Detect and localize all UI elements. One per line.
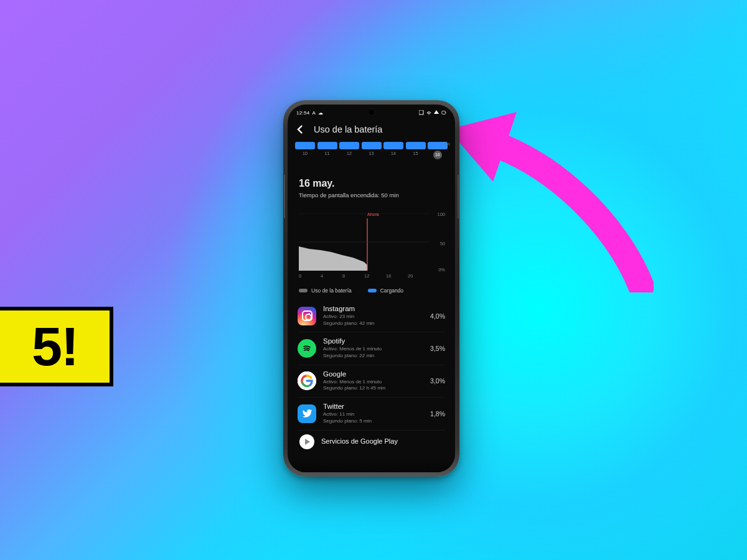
app-active-line: Activo: 23 min [323, 314, 423, 320]
phone-screen: 12:54 A ☁ Uso de la batería [288, 105, 455, 472]
day-label-selected: 16 [433, 151, 442, 159]
phone-frame: 12:54 A ☁ Uso de la batería [283, 100, 459, 477]
status-left-b: ☁ [318, 110, 323, 116]
app-pct: 1,8% [430, 410, 445, 418]
app-active-line: Activo: 11 min [323, 411, 423, 418]
app-row-twitter[interactable]: Twitter Activo: 11 min Segundo plano: 5 … [298, 398, 445, 430]
screen-on-time: Tiempo de pantalla encendida: 50 min [299, 192, 444, 198]
play-triangle-icon [305, 439, 310, 445]
chart-svg [299, 213, 430, 271]
svg-point-2 [428, 114, 429, 114]
svg-rect-1 [419, 110, 423, 114]
days-labels: 10 11 12 13 14 15 16 [288, 149, 455, 159]
status-left-a: A [312, 110, 316, 116]
x-tick: 4 [321, 273, 342, 279]
spotify-icon [298, 339, 316, 358]
app-row-instagram[interactable]: Instagram Activo: 23 min Segundo plano: … [298, 300, 445, 332]
battery-icon [441, 110, 446, 115]
status-time: 12:54 [296, 110, 310, 116]
x-tick: 20 [408, 273, 430, 279]
screen-bottom-fade [288, 460, 455, 472]
svg-rect-4 [446, 112, 446, 113]
days-row [288, 142, 455, 149]
app-row-play-services[interactable]: Servicios de Google Play [298, 431, 445, 449]
signal-icon [434, 110, 439, 114]
app-name: Instagram [323, 305, 423, 314]
selected-date: 16 may. [299, 178, 444, 189]
google-icon [298, 371, 316, 390]
days-section: 10 11 12 13 14 15 16 0% [288, 142, 455, 162]
day-chip[interactable] [317, 142, 337, 149]
day-label: 11 [317, 151, 337, 159]
day-label: 13 [362, 151, 382, 159]
app-pct: 3,0% [430, 377, 445, 385]
nfc-icon [419, 110, 424, 115]
x-tick: 0 [299, 273, 321, 279]
day-label: 15 [406, 151, 426, 159]
legend-swatch-charging [368, 289, 377, 292]
app-pct: 3,5% [430, 345, 445, 352]
wifi-icon [426, 110, 431, 115]
legend-swatch-battery [299, 289, 308, 292]
chart-legend: Uso de la batería Cargando [288, 279, 455, 300]
x-tick: 16 [386, 273, 408, 279]
battery-chart: Ahora 100 50 0% [299, 213, 444, 271]
y-tick: 50 [440, 241, 445, 246]
app-active-line: Activo: Menos de 1 minuto [323, 346, 423, 353]
app-name: Google [323, 370, 423, 379]
x-axis-labels: 0 4 8 12 16 20 [299, 273, 430, 279]
app-name: Twitter [323, 403, 423, 411]
svg-marker-5 [299, 246, 367, 271]
app-name: Spotify [323, 337, 423, 346]
days-zero-pct: 0% [444, 142, 450, 146]
chevron-left-icon [295, 124, 305, 134]
app-bg-line: Segundo plano: 42 min [323, 320, 423, 327]
count-badge-text: 5! [32, 315, 78, 378]
svg-rect-3 [442, 111, 446, 114]
app-active-line: Activo: Menos de 1 minuto [323, 379, 423, 386]
arrow-icon [448, 106, 654, 292]
day-chip[interactable] [295, 142, 315, 149]
day-chip[interactable] [383, 142, 403, 149]
app-row-google[interactable]: Google Activo: Menos de 1 minuto Segundo… [298, 365, 445, 398]
y-tick: 100 [437, 212, 445, 217]
arrow-annotation [448, 106, 654, 292]
x-tick: 12 [364, 273, 386, 279]
y-tick: 0% [438, 267, 445, 273]
day-label: 10 [295, 151, 315, 159]
legend-charging-label: Cargando [380, 287, 403, 294]
app-pct: 4,0% [430, 312, 445, 320]
day-chip[interactable] [339, 142, 359, 149]
back-button[interactable] [295, 124, 305, 134]
day-chip[interactable] [406, 142, 426, 149]
day-label: 14 [383, 151, 403, 159]
stage: 5! 12:54 A ☁ [0, 0, 747, 560]
instagram-icon [298, 307, 316, 325]
twitter-icon [298, 404, 316, 423]
play-services-icon [299, 434, 314, 449]
camera-hole [369, 110, 374, 115]
app-bg-line: Segundo plano: 22 min [323, 353, 423, 360]
count-badge: 5! [0, 307, 113, 386]
app-usage-list: Instagram Activo: 23 min Segundo plano: … [288, 300, 455, 449]
now-marker-label: Ahora [367, 212, 379, 217]
x-tick: 8 [342, 273, 364, 279]
header: Uso de la batería [288, 121, 455, 142]
app-bg-line: Segundo plano: 12 h 45 min [323, 385, 423, 392]
app-bg-line: Segundo plano: 5 min [323, 418, 423, 425]
page-title: Uso de la batería [314, 124, 382, 134]
app-row-spotify[interactable]: Spotify Activo: Menos de 1 minuto Segund… [298, 332, 445, 365]
detail-block: 16 may. Tiempo de pantalla encendida: 50… [288, 162, 455, 202]
day-chip[interactable] [362, 142, 382, 149]
day-label: 12 [339, 151, 359, 159]
legend-battery-label: Uso de la batería [311, 287, 352, 294]
app-name: Servicios de Google Play [321, 437, 445, 446]
